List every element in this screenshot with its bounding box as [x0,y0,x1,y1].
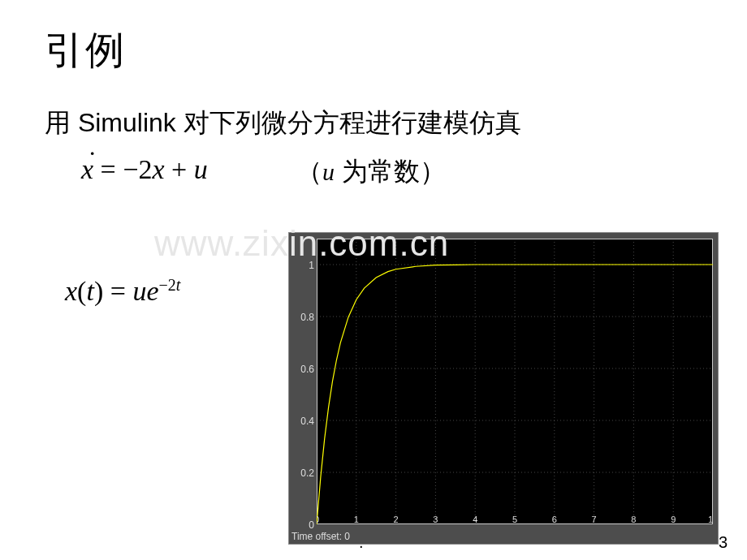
eq2-e: e [146,276,158,306]
slide-title: 引例 [45,24,126,76]
svg-text:0: 0 [317,515,319,524]
equation-1: ˙ x = −2x + u [81,154,208,185]
ann-open: （ [296,157,322,186]
y-tick-label: 0.2 [291,467,314,479]
eq1-eq: = −2 [93,154,152,184]
eq1-plus: + [165,154,194,184]
svg-text:8: 8 [631,515,636,524]
y-tick-label: 0.4 [291,416,314,427]
svg-text:1: 1 [354,515,359,524]
svg-text:4: 4 [473,515,477,524]
time-offset-label: Time offset: 0 [291,531,350,542]
svg-text:6: 6 [552,515,557,524]
y-tick-label: 0.6 [291,364,314,375]
svg-text:3: 3 [433,515,438,524]
ann-u: u [322,158,335,185]
equation-2: x(t) = ue−2t [65,276,180,307]
eq1-x: x [152,154,164,184]
eq2-u: u [132,276,146,306]
eq2-sup-t: t [176,276,181,294]
eq2-x: x [65,276,77,306]
svg-text:2: 2 [394,515,399,524]
y-tick-label: 0.8 [291,312,314,323]
page-number: 3 [719,533,728,552]
eq2-t: t [86,276,93,306]
y-tick-label: 0 [291,519,314,531]
eq2-close: ) = [94,276,133,306]
svg-text:10: 10 [708,515,713,524]
plot-svg: 012345678910 [317,239,713,524]
ann-rest: 为常数） [335,157,446,186]
scope-window: 00.20.40.60.81 012345678910 Time offset:… [288,232,719,545]
eq2-open: ( [77,276,86,306]
svg-text:7: 7 [592,515,597,524]
footer-dot: . [359,533,364,552]
slide-subtitle: 用 Simulink 对下列微分方程进行建模仿真 [45,106,521,141]
dot-accent: ˙ [88,146,97,177]
eq2-sup-minus: −2 [158,276,175,294]
equation-1-annotation: （u 为常数） [296,154,446,190]
y-tick-label: 1 [291,260,314,271]
svg-text:5: 5 [512,515,517,524]
plot-area: 012345678910 [317,239,713,524]
svg-text:9: 9 [671,515,676,524]
eq1-u: u [194,154,208,184]
